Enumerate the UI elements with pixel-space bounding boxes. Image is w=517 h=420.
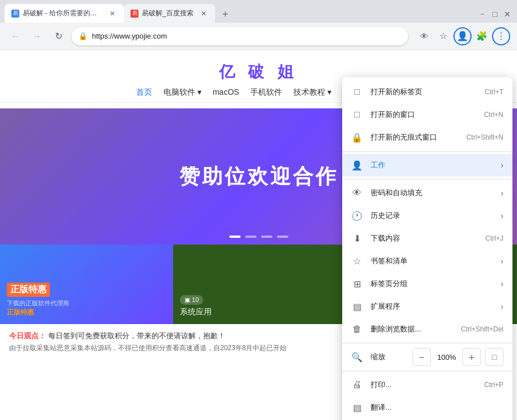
zoom-minus-button[interactable]: － <box>413 348 431 366</box>
divider-1 <box>342 151 512 152</box>
menu-downloads-label: 下载内容 <box>371 233 477 243</box>
tab-2[interactable]: 易 易破解_百度搜索 ✕ <box>124 4 215 23</box>
dot-3[interactable] <box>261 236 272 238</box>
nav-macos[interactable]: macOS <box>213 87 239 98</box>
menu-incognito-label: 打开新的无痕式窗口 <box>371 132 459 142</box>
highlight-text: 今日观点： <box>9 331 46 340</box>
history-icon: 🕐 <box>351 210 363 221</box>
title-bar: 易 易破解 - 给你所需要的内容 ✕ 易 易破解_百度搜索 ✕ ＋ － □ ✕ <box>0 0 517 23</box>
menu-incognito-shortcut: Ctrl+Shift+N <box>466 133 503 141</box>
zoom-icon: 🔍 <box>351 351 363 363</box>
translate-icon: ▤ <box>351 402 363 413</box>
new-tab-icon: □ <box>351 86 363 98</box>
menu-downloads[interactable]: ⬇ 下载内容 Ctrl+J <box>342 227 512 250</box>
menu-translate-label: 翻译... <box>371 402 503 413</box>
nav-home[interactable]: 首页 <box>136 87 152 98</box>
zoom-plus-button[interactable]: ＋ <box>463 348 481 366</box>
tab-strip: 易 易破解 - 给你所需要的内容 ✕ 易 易破解_百度搜索 ✕ ＋ <box>5 4 477 23</box>
menu-new-window-shortcut: Ctrl+N <box>484 111 503 119</box>
banner-dots <box>229 236 288 238</box>
nav-software[interactable]: 电脑软件 ▾ <box>163 87 201 98</box>
menu-print-shortcut: Ctrl+P <box>484 381 503 389</box>
menu-print[interactable]: 🖨 打印... Ctrl+P <box>342 373 512 396</box>
menu-extensions[interactable]: ▤ 扩展程序 › <box>342 295 512 318</box>
profile-arrow: › <box>501 161 503 170</box>
eye-icon[interactable]: 👁 <box>415 27 433 45</box>
dot-2[interactable] <box>245 236 257 238</box>
menu-tab-groups-label: 标签页分组 <box>371 279 493 289</box>
menu-new-window-label: 打开新的窗口 <box>371 110 476 120</box>
forward-button[interactable]: → <box>28 28 45 45</box>
menu-translate[interactable]: ▤ 翻译... <box>342 396 512 419</box>
menu-bookmarks-label: 书签和清单 <box>371 256 493 266</box>
menu-new-window[interactable]: □ 打开新的窗口 Ctrl+N <box>342 103 512 126</box>
webpage: 亿 破 姐 首页 电脑软件 ▾ macOS 手机软件 技术教程 ▾ 操作系统 ▾… <box>0 50 517 420</box>
banner-text: 赞助位欢迎合作 <box>179 163 338 191</box>
menu-print-label: 打印... <box>371 380 476 390</box>
minimize-button[interactable]: － <box>477 9 487 19</box>
menu-clear-data-shortcut: Ctrl+Shift+Del <box>461 325 503 333</box>
dropdown-menu: □ 打开新的标签页 Ctrl+T □ 打开新的窗口 Ctrl+N 🔒 打开新的无… <box>342 77 512 420</box>
tab-1-close[interactable]: ✕ <box>108 9 117 18</box>
close-button[interactable]: ✕ <box>502 9 512 19</box>
menu-zoom: 🔍 缩放 － 100% ＋ □ <box>342 346 512 368</box>
menu-clear-data-label: 删除浏览数据... <box>371 324 453 334</box>
window-controls: － □ ✕ <box>477 9 512 23</box>
toolbar-icons: 👁 ☆ 👤 🧩 ⋮ <box>415 27 510 45</box>
menu-history[interactable]: 🕐 历史记录 › <box>342 204 512 227</box>
nav-tutorials[interactable]: 技术教程 ▾ <box>293 87 331 98</box>
menu-zoom-label: 缩放 <box>371 352 405 362</box>
menu-clear-data[interactable]: 🗑 删除浏览数据... Ctrl+Shift+Del <box>342 318 512 341</box>
incognito-icon: 🔒 <box>351 132 363 143</box>
browser-frame: 易 易破解 - 给你所需要的内容 ✕ 易 易破解_百度搜索 ✕ ＋ － □ ✕ … <box>0 0 517 420</box>
menu-extensions-label: 扩展程序 <box>371 301 493 312</box>
menu-passwords-label: 密码和自动填充 <box>371 188 493 198</box>
print-icon: 🖨 <box>351 379 363 390</box>
new-window-icon: □ <box>351 109 363 120</box>
profile-button[interactable]: 👤 <box>453 27 472 45</box>
profile-icon: 👤 <box>351 159 363 171</box>
lock-icon: 🔒 <box>78 32 87 40</box>
tab-2-favicon: 易 <box>131 10 138 18</box>
address-box[interactable]: 🔒 https://www.ypojie.com <box>72 27 408 45</box>
downloads-icon: ⬇ <box>351 233 363 244</box>
new-tab-button[interactable]: ＋ <box>217 6 233 22</box>
menu-new-tab-label: 打开新的标签页 <box>371 87 477 97</box>
passwords-arrow: › <box>501 188 503 198</box>
card-label: 正版特惠 <box>7 308 166 317</box>
nav-mobile[interactable]: 手机软件 <box>250 87 282 98</box>
menu-passwords[interactable]: 👁 密码和自动填充 › <box>342 182 512 204</box>
menu-tab-groups[interactable]: ⊞ 标签页分组 › <box>342 272 512 295</box>
bookmarks-arrow: › <box>501 257 503 266</box>
zoom-fullscreen-button[interactable]: □ <box>485 348 503 366</box>
card-count: ▣ 10 <box>180 295 203 305</box>
menu-profile[interactable]: 👤 工作 › <box>342 154 512 177</box>
tab-1[interactable]: 易 易破解 - 给你所需要的内容 ✕ <box>5 4 124 23</box>
url-display: https://www.ypojie.com <box>92 32 401 40</box>
card-subtitle: 下载的正版软件代理商 <box>7 299 166 308</box>
menu-button[interactable]: ⋮ <box>492 27 510 45</box>
menu-profile-label: 工作 <box>371 160 493 170</box>
history-arrow: › <box>501 211 503 220</box>
dot-1[interactable] <box>229 236 241 238</box>
refresh-button[interactable]: ↻ <box>50 28 67 45</box>
menu-history-label: 历史记录 <box>371 211 493 221</box>
extensions-arrow: › <box>501 302 503 311</box>
bookmark-icon[interactable]: ☆ <box>434 27 452 45</box>
tab-2-close[interactable]: ✕ <box>199 9 208 18</box>
passwords-icon: 👁 <box>351 187 363 199</box>
tab-2-title: 易破解_百度搜索 <box>142 9 194 18</box>
zoom-value: 100% <box>435 353 458 362</box>
menu-incognito[interactable]: 🔒 打开新的无痕式窗口 Ctrl+Shift+N <box>342 126 512 149</box>
clear-data-icon: 🗑 <box>351 324 363 335</box>
maximize-button[interactable]: □ <box>490 9 500 19</box>
card-left[interactable]: 正版特惠 下载的正版软件代理商 正版特惠 <box>0 245 173 324</box>
back-button[interactable]: ← <box>7 28 24 45</box>
menu-downloads-shortcut: Ctrl+J <box>485 234 503 242</box>
card-badge: 正版特惠 <box>7 283 50 297</box>
menu-bookmarks[interactable]: ☆ 书签和清单 › <box>342 250 512 272</box>
bookmarks-icon: ☆ <box>351 255 363 267</box>
dot-4[interactable] <box>277 236 288 238</box>
extensions-icon[interactable]: 🧩 <box>473 27 491 45</box>
menu-new-tab[interactable]: □ 打开新的标签页 Ctrl+T <box>342 81 512 103</box>
